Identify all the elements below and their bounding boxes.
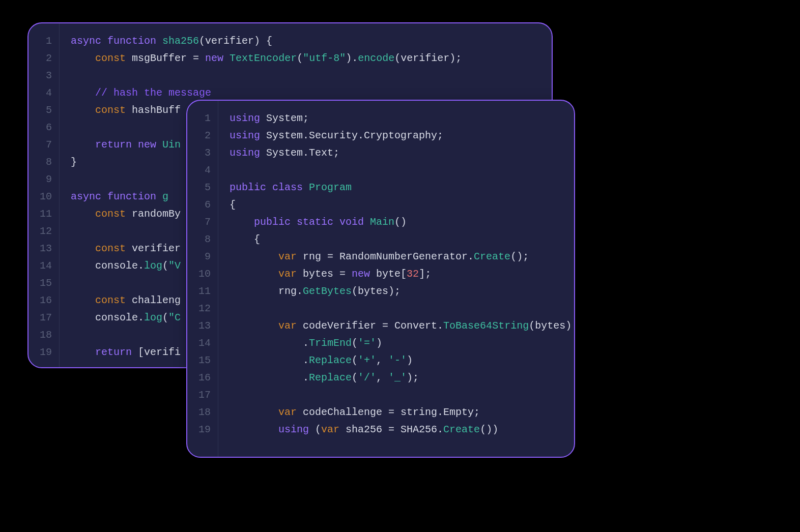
token-pl: verifier bbox=[126, 243, 181, 254]
code-line: using System.Security.Cryptography; bbox=[230, 127, 564, 144]
token-pl: ()) bbox=[480, 424, 498, 435]
token-pl: (verifier); bbox=[394, 52, 462, 64]
line-number: 16 bbox=[187, 369, 218, 387]
token-pl: rng bbox=[297, 251, 327, 262]
token-pl bbox=[199, 52, 205, 64]
code-line: async function sha256(verifier) { bbox=[71, 33, 541, 50]
token-pl: System.Security.Cryptography; bbox=[260, 130, 443, 141]
code-panel-front: 12345678910111213141516171819 using Syst… bbox=[186, 100, 575, 458]
line-number: 18 bbox=[187, 404, 218, 421]
code-line: var codeVerifier = Convert.ToBase64Strin… bbox=[230, 317, 564, 335]
line-number: 11 bbox=[187, 283, 218, 300]
token-pl: codeChallenge bbox=[297, 406, 388, 418]
line-number: 10 bbox=[187, 265, 218, 283]
line-number: 1 bbox=[28, 33, 59, 50]
token-kw: public class bbox=[230, 182, 309, 193]
token-pl bbox=[71, 52, 95, 64]
line-number: 4 bbox=[28, 84, 59, 102]
line-number: 7 bbox=[187, 214, 218, 231]
token-fn: Replace bbox=[309, 354, 352, 366]
token-str: '_' bbox=[388, 372, 407, 383]
token-pl: { bbox=[230, 199, 236, 211]
stage: 12345678910111213141516171819 async func… bbox=[0, 0, 800, 532]
token-op: = bbox=[388, 406, 394, 418]
line-number: 6 bbox=[28, 119, 59, 136]
line-number: 17 bbox=[187, 387, 218, 404]
line-number: 3 bbox=[28, 67, 59, 84]
token-pl: ); bbox=[407, 372, 419, 383]
token-decl: var bbox=[278, 320, 297, 332]
token-str: '-' bbox=[388, 354, 407, 366]
code-line bbox=[230, 387, 564, 404]
token-str: '+' bbox=[358, 354, 376, 366]
token-kw: return new bbox=[95, 139, 162, 151]
token-op: = bbox=[193, 52, 199, 64]
token-pl: , bbox=[376, 372, 388, 383]
token-pl: console. bbox=[71, 312, 144, 323]
line-number: 8 bbox=[28, 154, 59, 171]
code-line: // hash the message bbox=[71, 84, 541, 102]
token-pl bbox=[71, 139, 95, 151]
token-decl: const bbox=[95, 104, 126, 116]
token-pl: System.Text; bbox=[260, 147, 339, 159]
token-pl: byte[ bbox=[370, 268, 407, 280]
line-number: 9 bbox=[187, 248, 218, 265]
token-pl bbox=[71, 294, 95, 306]
token-fn: Create bbox=[443, 424, 480, 435]
token-str: '/' bbox=[358, 372, 376, 383]
token-pl: challeng bbox=[126, 294, 181, 306]
token-op: = bbox=[339, 268, 346, 280]
token-pl: rng. bbox=[230, 285, 303, 297]
token-pl: codeVerifier bbox=[297, 320, 382, 332]
token-pl: ( bbox=[309, 424, 321, 435]
token-pl bbox=[71, 104, 95, 116]
line-number: 5 bbox=[187, 179, 218, 196]
token-cmt: // hash the message bbox=[95, 87, 211, 99]
line-number: 5 bbox=[28, 102, 59, 119]
line-number: 3 bbox=[187, 144, 218, 162]
token-decl: const bbox=[95, 208, 126, 220]
token-fn: TextEncoder bbox=[230, 52, 297, 64]
token-pl: sha256 bbox=[339, 424, 388, 435]
token-pl: SHA256. bbox=[394, 424, 443, 435]
token-pl: . bbox=[230, 354, 309, 366]
code-line bbox=[71, 67, 541, 84]
token-fn: Replace bbox=[309, 372, 352, 383]
token-pl bbox=[230, 216, 254, 228]
line-gutter: 12345678910111213141516171819 bbox=[187, 101, 218, 457]
line-number: 18 bbox=[28, 327, 59, 344]
token-op: = bbox=[388, 424, 394, 435]
token-pl: . bbox=[230, 337, 309, 349]
token-op: = bbox=[327, 251, 333, 262]
token-fn: g bbox=[162, 191, 168, 202]
token-pl: ) bbox=[407, 354, 413, 366]
token-pl: bytes bbox=[297, 268, 339, 280]
code-line: using System.Text; bbox=[230, 144, 564, 162]
token-pl: } bbox=[71, 156, 77, 168]
token-pl: (bytes); bbox=[352, 285, 401, 297]
code-line: var rng = RandomNumberGenerator.Create()… bbox=[230, 248, 564, 265]
line-number: 11 bbox=[28, 205, 59, 223]
token-pl bbox=[71, 243, 95, 254]
token-decl: var bbox=[321, 424, 339, 435]
token-pl: ( bbox=[352, 337, 358, 349]
token-str: "V bbox=[168, 260, 181, 272]
token-num: 32 bbox=[407, 268, 419, 280]
code-area-front: 12345678910111213141516171819 using Syst… bbox=[187, 101, 574, 457]
token-pl: console. bbox=[71, 260, 144, 272]
token-fn: TrimEnd bbox=[309, 337, 352, 349]
line-number: 12 bbox=[28, 223, 59, 240]
token-kw: async function bbox=[71, 191, 162, 202]
code-line: .TrimEnd('=') bbox=[230, 335, 564, 352]
token-fn: encode bbox=[358, 52, 394, 64]
line-gutter: 12345678910111213141516171819 bbox=[28, 23, 60, 367]
token-kw: using bbox=[230, 112, 260, 124]
token-pl: ). bbox=[346, 52, 358, 64]
token-fn: log bbox=[144, 312, 162, 323]
token-pl: Convert. bbox=[388, 320, 443, 332]
line-number: 15 bbox=[28, 275, 59, 292]
code-line: var bytes = new byte[32]; bbox=[230, 265, 564, 283]
code-content: using System;using System.Security.Crypt… bbox=[218, 101, 574, 457]
token-pl bbox=[230, 406, 278, 418]
token-fn: sha256 bbox=[162, 35, 199, 47]
